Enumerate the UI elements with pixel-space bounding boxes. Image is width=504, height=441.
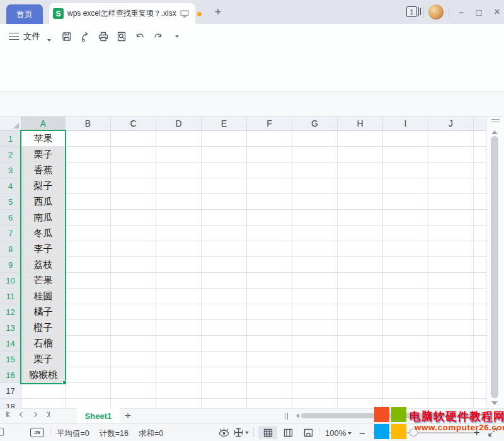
zoom-slider-handle[interactable] xyxy=(410,428,418,437)
cell-B11[interactable] xyxy=(66,289,111,304)
cell-B1[interactable] xyxy=(66,131,111,147)
file-menu[interactable]: 文件 xyxy=(23,31,40,42)
customize-qat-caret-icon[interactable] xyxy=(170,30,182,42)
cell-E10[interactable] xyxy=(202,273,247,289)
cell-J16[interactable] xyxy=(428,367,474,383)
cell-E1[interactable] xyxy=(202,131,247,147)
cell-C10[interactable] xyxy=(111,273,156,289)
cell-I1[interactable] xyxy=(383,131,428,147)
vertical-split-handle[interactable] xyxy=(491,119,500,122)
print-preview-button[interactable] xyxy=(115,30,127,42)
cell-H8[interactable] xyxy=(338,241,383,257)
cell-H9[interactable] xyxy=(338,257,383,273)
cell-F12[interactable] xyxy=(247,304,292,320)
cell-C14[interactable] xyxy=(111,336,156,352)
cell-G7[interactable] xyxy=(292,226,338,241)
cell-C6[interactable] xyxy=(111,210,156,226)
cell-H13[interactable] xyxy=(338,320,383,336)
cell-I7[interactable] xyxy=(383,226,428,241)
cell-C13[interactable] xyxy=(111,320,156,336)
cell-J6[interactable] xyxy=(428,210,474,226)
horizontal-split-handle[interactable] xyxy=(285,413,288,420)
cell-E6[interactable] xyxy=(202,210,247,226)
first-sheet-button[interactable] xyxy=(6,411,11,417)
column-header-D[interactable]: D xyxy=(156,117,202,131)
cell-J12[interactable] xyxy=(428,304,474,320)
cell-C3[interactable] xyxy=(111,163,156,178)
row-header-7[interactable]: 7 xyxy=(0,226,21,241)
fullscreen-toggle-button[interactable] xyxy=(488,427,498,437)
cell-B13[interactable] xyxy=(66,320,111,336)
cell-D8[interactable] xyxy=(156,241,202,257)
column-header-F[interactable]: F xyxy=(247,117,292,131)
scroll-left-icon[interactable] xyxy=(294,413,299,418)
cell-D18[interactable] xyxy=(156,399,202,408)
cell-F7[interactable] xyxy=(247,226,292,241)
cell-B8[interactable] xyxy=(66,241,111,257)
cell-I11[interactable] xyxy=(383,289,428,304)
cell-C4[interactable] xyxy=(111,178,156,194)
cell-F11[interactable] xyxy=(247,289,292,304)
cell-C8[interactable] xyxy=(111,241,156,257)
cell-D12[interactable] xyxy=(156,304,202,320)
cell-J7[interactable] xyxy=(428,226,474,241)
cell-G3[interactable] xyxy=(292,163,338,178)
cell-D15[interactable] xyxy=(156,352,202,367)
row-header-13[interactable]: 13 xyxy=(0,320,21,336)
cell-A16[interactable]: 猕猴桃 xyxy=(21,367,66,383)
cell-B3[interactable] xyxy=(66,163,111,178)
cell-C16[interactable] xyxy=(111,367,156,383)
cell-D17[interactable] xyxy=(156,383,202,399)
cell-D5[interactable] xyxy=(156,194,202,210)
cell-D16[interactable] xyxy=(156,367,202,383)
cell-A17[interactable] xyxy=(21,383,66,399)
cell-B7[interactable] xyxy=(66,226,111,241)
cell-G4[interactable] xyxy=(292,178,338,194)
cell-grid-settings-button[interactable] xyxy=(234,428,249,437)
column-header-H[interactable]: H xyxy=(338,117,383,131)
js-macro-icon[interactable]: JS xyxy=(30,428,44,437)
normal-view-button[interactable] xyxy=(258,426,277,439)
cell-D2[interactable] xyxy=(156,147,202,163)
fill-handle[interactable] xyxy=(62,381,67,385)
cell-E5[interactable] xyxy=(202,194,247,210)
row-header-8[interactable]: 8 xyxy=(0,241,21,257)
cell-G12[interactable] xyxy=(292,304,338,320)
cell-A15[interactable]: 栗子 xyxy=(21,352,66,367)
cell-C12[interactable] xyxy=(111,304,156,320)
cell-J18[interactable] xyxy=(428,399,474,408)
cell-D6[interactable] xyxy=(156,210,202,226)
close-button[interactable]: × xyxy=(489,4,504,20)
cell-J14[interactable] xyxy=(428,336,474,352)
page-break-view-button[interactable] xyxy=(299,426,318,439)
cell-G9[interactable] xyxy=(292,257,338,273)
window-manage-button[interactable]: 1 xyxy=(406,6,423,18)
cell-G10[interactable] xyxy=(292,273,338,289)
cell-H10[interactable] xyxy=(338,273,383,289)
cell-C2[interactable] xyxy=(111,147,156,163)
cell-A4[interactable]: 梨子 xyxy=(21,178,66,194)
cell-E8[interactable] xyxy=(202,241,247,257)
cell-E7[interactable] xyxy=(202,226,247,241)
row-header-15[interactable]: 15 xyxy=(0,352,21,367)
cell-H14[interactable] xyxy=(338,336,383,352)
cell-J5[interactable] xyxy=(428,194,474,210)
cell-A6[interactable]: 南瓜 xyxy=(21,210,66,226)
maximize-button[interactable]: □ xyxy=(471,4,487,20)
cell-I5[interactable] xyxy=(383,194,428,210)
cell-E4[interactable] xyxy=(202,178,247,194)
cell-B4[interactable] xyxy=(66,178,111,194)
cell-H1[interactable] xyxy=(338,131,383,147)
cell-B18[interactable] xyxy=(66,399,111,408)
cell-I12[interactable] xyxy=(383,304,428,320)
cell-D3[interactable] xyxy=(156,163,202,178)
row-header-1[interactable]: 1 xyxy=(0,131,21,147)
cell-H17[interactable] xyxy=(338,383,383,399)
cell-E17[interactable] xyxy=(202,383,247,399)
row-header-18[interactable]: 18 xyxy=(0,399,21,408)
sheet-tab-sheet1[interactable]: Sheet1 xyxy=(77,408,120,423)
row-header-3[interactable]: 3 xyxy=(0,163,21,178)
cell-G2[interactable] xyxy=(292,147,338,163)
cell-H6[interactable] xyxy=(338,210,383,226)
cell-C1[interactable] xyxy=(111,131,156,147)
